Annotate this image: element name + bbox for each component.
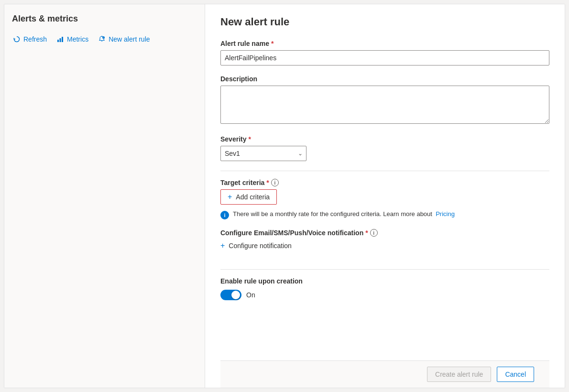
toggle-knob — [231, 291, 240, 299]
refresh-label: Refresh — [23, 35, 47, 43]
refresh-button[interactable]: Refresh — [12, 33, 48, 45]
svg-rect-0 — [57, 40, 59, 42]
target-criteria-info-icon[interactable]: i — [271, 179, 279, 186]
panel-title: New alert rule — [220, 16, 549, 28]
enable-rule-toggle[interactable] — [220, 290, 241, 300]
alert-name-input[interactable] — [220, 50, 549, 65]
severity-select-wrapper: Sev0 Sev1 Sev2 Sev3 Sev4 ⌄ — [220, 146, 306, 161]
cancel-button[interactable]: Cancel — [497, 367, 534, 382]
enable-rule-label: Enable rule upon creation — [220, 277, 549, 285]
toggle-row: On — [220, 290, 549, 300]
severity-group: Severity * Sev0 Sev1 Sev2 Sev3 Sev4 ⌄ — [220, 135, 549, 161]
svg-text:+: + — [103, 37, 104, 39]
metrics-icon — [56, 35, 64, 43]
form-section: Alert rule name * Description Severity * — [220, 40, 549, 360]
pricing-link[interactable]: Pricing — [436, 210, 455, 218]
description-label: Description — [220, 75, 549, 83]
severity-required-star: * — [248, 135, 251, 143]
description-textarea[interactable] — [220, 86, 549, 124]
info-circle-icon: i — [220, 211, 229, 219]
notification-required-star: * — [365, 229, 368, 237]
alert-name-group: Alert rule name * — [220, 40, 549, 65]
info-notice: i There will be a monthly rate for the c… — [220, 210, 549, 219]
toggle-state-label: On — [246, 291, 255, 299]
info-notice-text: There will be a monthly rate for the con… — [233, 210, 455, 218]
divider2 — [220, 269, 549, 270]
add-criteria-label: Add criteria — [236, 193, 270, 201]
severity-label: Severity * — [220, 135, 549, 143]
notification-info-icon[interactable]: i — [370, 229, 378, 237]
sidebar: Alerts & metrics Refresh — [4, 4, 205, 388]
divider — [220, 171, 549, 171]
configure-notification-label: Configure Email/SMS/Push/Voice notificat… — [220, 229, 549, 237]
configure-notification-group: Configure Email/SMS/Push/Voice notificat… — [220, 229, 549, 260]
plus-icon: + — [228, 193, 232, 201]
severity-select[interactable]: Sev0 Sev1 Sev2 Sev3 Sev4 — [220, 146, 306, 161]
metrics-button[interactable]: Metrics — [55, 33, 89, 45]
svg-rect-1 — [60, 38, 61, 42]
sidebar-toolbar: Refresh Metrics — [12, 33, 197, 45]
alert-name-label: Alert rule name * — [220, 40, 549, 47]
target-criteria-group: Target criteria * i + Add criteria i The… — [220, 179, 549, 219]
new-alert-icon: + — [98, 35, 106, 43]
new-alert-label: New alert rule — [109, 35, 150, 43]
svg-rect-2 — [62, 37, 63, 42]
configure-plus-icon: + — [220, 241, 225, 250]
right-panel: New alert rule Alert rule name * Descrip… — [205, 4, 565, 388]
configure-notification-btn-label: Configure notification — [229, 242, 292, 250]
criteria-required-star: * — [266, 179, 269, 186]
required-star: * — [271, 40, 274, 47]
description-group: Description — [220, 75, 549, 126]
target-criteria-label: Target criteria * i — [220, 179, 549, 186]
configure-notification-button[interactable]: + Configure notification — [220, 240, 292, 252]
add-criteria-button[interactable]: + Add criteria — [220, 189, 277, 205]
refresh-icon — [13, 35, 21, 43]
metrics-label: Metrics — [67, 35, 88, 43]
new-alert-button[interactable]: + New alert rule — [97, 33, 151, 45]
enable-rule-section: Enable rule upon creation On — [220, 277, 549, 300]
create-alert-rule-button[interactable]: Create alert rule — [427, 367, 491, 382]
sidebar-title: Alerts & metrics — [12, 14, 197, 24]
bottom-bar: Create alert rule Cancel — [220, 360, 549, 388]
